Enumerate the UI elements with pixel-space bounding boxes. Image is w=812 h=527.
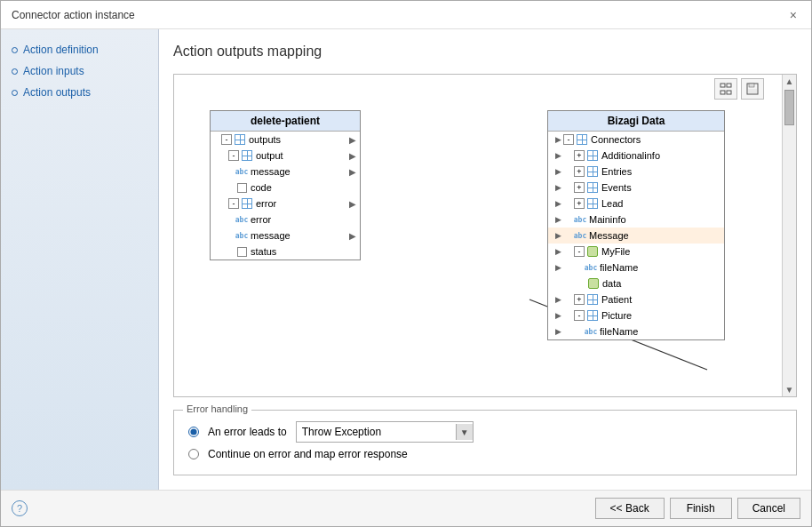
left-arrow-icon: ▶ <box>555 135 561 144</box>
expand-icon[interactable]: - <box>221 134 232 145</box>
leaf-icon <box>586 245 599 258</box>
right-tree-header: Bizagi Data <box>548 111 724 132</box>
grid-icon <box>586 181 599 194</box>
vertical-scrollbar[interactable]: ▲ ▼ <box>782 75 796 396</box>
sq-icon <box>235 181 248 194</box>
tree-node: abc error <box>211 212 360 228</box>
sidebar-item-action-inputs[interactable]: Action inputs <box>12 65 147 77</box>
mapping-toolbar <box>714 78 764 100</box>
tree-node: ▶ + Lead <box>548 196 724 212</box>
sidebar: Action definition Action inputs Action o… <box>1 29 159 490</box>
svg-rect-2 <box>720 91 725 94</box>
grid-icon <box>576 133 588 146</box>
left-arrow-icon: ▶ <box>555 215 561 224</box>
tree-node: - outputs ▶ <box>211 132 360 148</box>
abc-icon: abc <box>235 213 248 226</box>
error-row-2: Continue on error and map error response <box>188 448 782 460</box>
footer: ? << Back Finish Cancel <box>1 490 811 526</box>
scrollbar-thumb[interactable] <box>784 90 794 125</box>
save-mapping-button[interactable] <box>741 78 764 100</box>
expand-icon[interactable]: - <box>228 198 239 209</box>
left-arrow-icon: ▶ <box>555 231 561 240</box>
expand-icon[interactable]: + <box>574 182 585 193</box>
node-label: Maininfo <box>589 214 626 225</box>
node-label: data <box>602 278 621 289</box>
grid-icon <box>234 133 246 146</box>
node-label: fileName <box>600 326 638 337</box>
left-arrow-icon: ▶ <box>555 151 561 160</box>
left-arrow-icon: ▶ <box>555 327 561 336</box>
radio-throw-exception-label: An error leads to <box>208 426 287 438</box>
dropdown-value: Throw Exception <box>302 426 450 438</box>
svg-rect-0 <box>720 84 725 87</box>
tree-node: code <box>211 180 360 196</box>
abc-icon: abc <box>574 229 586 242</box>
page-title: Action outputs mapping <box>173 44 797 60</box>
left-arrow-icon: ▶ <box>555 311 561 320</box>
arrow-icon: ▶ <box>349 231 356 241</box>
main-panel: Action outputs mapping <box>159 29 811 490</box>
tree-node: ▶ abc fileName <box>548 323 724 339</box>
dropdown-arrow: ▼ <box>456 424 473 440</box>
expand-icon[interactable]: + <box>574 150 585 161</box>
auto-layout-button[interactable] <box>714 78 737 100</box>
error-row-1: An error leads to Throw Exception ▼ <box>188 421 782 443</box>
grid-icon <box>586 293 599 306</box>
cancel-button[interactable]: Cancel <box>737 498 800 519</box>
left-arrow-icon: ▶ <box>555 263 561 272</box>
tree-node: abc message ▶ <box>211 164 360 180</box>
leaf-icon <box>587 277 600 290</box>
scroll-up[interactable]: ▲ <box>783 75 796 88</box>
tree-node: abc message ▶ <box>211 228 360 244</box>
expand-icon[interactable]: - <box>563 134 574 145</box>
back-button[interactable]: << Back <box>595 498 665 519</box>
help-button[interactable]: ? <box>12 500 28 516</box>
tree-node: data <box>548 275 724 291</box>
sidebar-item-action-definition[interactable]: Action definition <box>12 44 147 56</box>
expand-icon[interactable]: - <box>228 150 239 161</box>
expand-icon[interactable]: + <box>574 198 585 209</box>
sidebar-item-action-outputs[interactable]: Action outputs <box>12 86 147 99</box>
node-label: outputs <box>249 134 281 145</box>
node-label: fileName <box>600 262 638 273</box>
node-label: Connectors <box>591 134 641 145</box>
grid-icon <box>586 197 599 210</box>
throw-exception-dropdown[interactable]: Throw Exception ▼ <box>296 421 474 443</box>
content-area: Action definition Action inputs Action o… <box>1 29 811 490</box>
sidebar-dot <box>12 90 18 96</box>
arrow-icon: ▶ <box>349 151 356 161</box>
node-label: Lead <box>601 198 623 209</box>
tree-node: ▶ abc fileName <box>548 260 724 275</box>
radio-continue-on-error[interactable] <box>188 449 199 459</box>
expand-icon[interactable]: + <box>574 166 585 177</box>
abc-icon: abc <box>574 213 586 226</box>
tree-node: ▶ abc Message <box>548 228 724 244</box>
node-label: error <box>256 198 276 209</box>
abc-icon: abc <box>585 261 597 274</box>
abc-icon: abc <box>585 325 597 338</box>
left-arrow-icon: ▶ <box>555 167 561 176</box>
node-label: output <box>256 150 283 161</box>
expand-icon[interactable]: + <box>574 294 585 305</box>
svg-rect-5 <box>749 84 754 87</box>
grid-icon <box>241 197 253 210</box>
left-tree: delete-patient - outputs ▶ <box>210 110 361 260</box>
svg-rect-6 <box>748 89 757 93</box>
expand-icon[interactable]: - <box>574 246 585 257</box>
node-label: Patient <box>601 294 632 305</box>
tree-node: - error ▶ <box>211 196 360 212</box>
left-arrow-icon: ▶ <box>555 247 561 256</box>
svg-rect-3 <box>727 91 731 94</box>
title-bar: Connector action instance × <box>1 1 811 29</box>
node-label: message <box>251 230 291 241</box>
scroll-down[interactable]: ▼ <box>783 383 796 396</box>
radio-throw-exception[interactable] <box>188 427 199 437</box>
close-button[interactable]: × <box>786 7 800 23</box>
node-label: MyFile <box>601 246 630 257</box>
expand-icon[interactable]: - <box>574 310 585 321</box>
node-label: Picture <box>601 310 632 321</box>
tree-node: ▶ + Additionalinfo <box>548 148 724 164</box>
left-arrow-icon: ▶ <box>555 295 561 304</box>
finish-button[interactable]: Finish <box>670 498 732 519</box>
left-tree-header: delete-patient <box>211 111 360 132</box>
